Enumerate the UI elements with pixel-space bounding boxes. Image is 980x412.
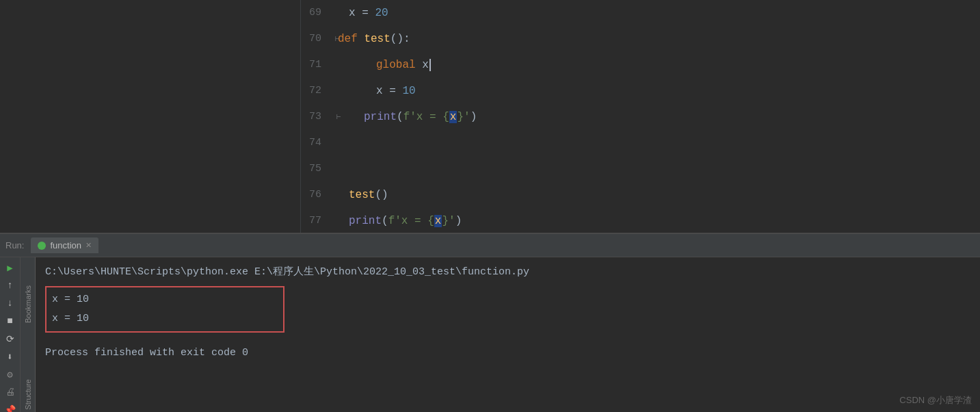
run-sidebar: ▶ ↑ ↓ ■ ⟳ ⬇ ⚙ 🖨 📌 🗑 [0,257,21,412]
pin-button[interactable]: 📌 [4,404,16,412]
scroll-up-button[interactable]: ↑ [4,279,16,292]
line-num-73: 73 [301,104,335,130]
left-gutter [0,0,301,233]
line-content-73: print(f'x = {x}') [339,104,477,130]
line-num-69: 69 [301,0,335,26]
code-line-70: 70 ⊢ def test(): [301,26,980,52]
line-num-75: 75 [301,156,335,182]
line-content-77: print(f'x = {x}') [349,208,462,233]
output-line-1: x = 10 [52,290,278,309]
code-line-76: 76 test() [301,182,980,208]
watermark: CSDN @小唐学渣 [899,394,972,407]
close-tab-button[interactable]: ✕ [85,241,92,250]
code-line-73: 73 ⊢ print(f'x = {x}') [301,104,980,130]
code-line-74: 74 [301,130,980,156]
stop-button[interactable]: ■ [4,315,16,327]
editor-area: 69 x = 20 70 ⊢ def test(): 71 global x [0,0,980,233]
command-line: C:\Users\HUNTE\Scripts\python.exe E:\程序人… [45,263,970,282]
code-line-69: 69 x = 20 [301,0,980,26]
line-content-69: x = 20 [349,0,388,26]
line-num-74: 74 [301,130,335,156]
line-content-71: global x [349,52,431,78]
line-num-70: 70 [301,26,335,52]
run-output: C:\Users\HUNTE\Scripts\python.exe E:\程序人… [36,257,980,412]
settings-icon[interactable]: ⚙ [4,368,16,381]
download-button[interactable]: ⬇ [4,350,16,363]
structure-label: Structure [21,374,35,412]
run-tab[interactable]: function ✕ [31,237,98,253]
line-num-76: 76 [301,182,335,208]
line-content-70: def test(): [338,26,410,52]
run-tab-bar: Run: function ✕ [0,234,980,257]
code-line-77: 77 print(f'x = {x}') [301,208,980,233]
run-content: ▶ ↑ ↓ ■ ⟳ ⬇ ⚙ 🖨 📌 🗑 Bookmarks Structure … [0,257,980,412]
line-num-71: 71 [301,52,335,78]
scroll-down-button[interactable]: ↓ [4,297,16,309]
code-line-75: 75 [301,156,980,182]
tab-name: function [50,240,81,250]
line-content-72: x = 10 [349,78,416,104]
print-button[interactable]: 🖨 [4,386,16,398]
run-button[interactable]: ▶ [4,261,16,274]
line-num-77: 77 [301,208,335,233]
exit-message: Process finished with exit code 0 [45,344,970,363]
bookmarks-label: Bookmarks [21,280,35,329]
code-line-72: 72 x = 10 [301,78,980,104]
run-label: Run: [5,240,24,250]
rerun-button[interactable]: ⟳ [4,333,16,345]
output-line-2: x = 10 [52,309,278,329]
code-line-71: 71 global x [301,52,980,78]
run-panel: Run: function ✕ ▶ ↑ ↓ ■ ⟳ ⬇ ⚙ 🖨 📌 🗑 [0,233,980,412]
line-num-72: 72 [301,78,335,104]
python-icon [38,242,46,250]
line-content-76: test() [349,182,388,208]
